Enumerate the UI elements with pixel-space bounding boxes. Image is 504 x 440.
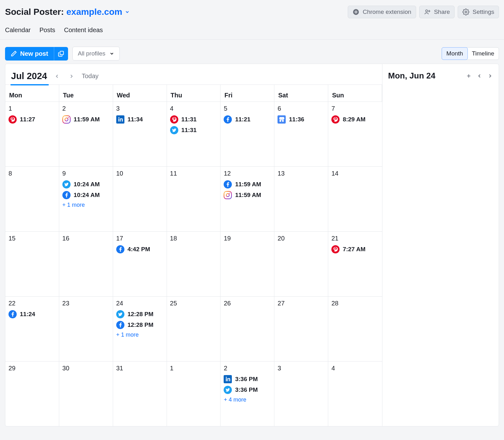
domain-selector[interactable]: example.com [66, 7, 130, 17]
day-cell[interactable]: 174:42 PM [113, 231, 167, 296]
day-cell[interactable]: 15 [5, 231, 59, 296]
event-row[interactable]: 10:24 AM [62, 180, 110, 188]
day-cell[interactable]: 3 [274, 361, 328, 426]
linkedin-icon [116, 115, 124, 124]
day-number: 5 [224, 105, 271, 112]
event-row[interactable]: 12:28 PM [116, 310, 163, 318]
event-row[interactable]: 11:31 [170, 115, 217, 124]
day-number: 31 [116, 365, 163, 372]
day-cell[interactable]: 28 [328, 296, 382, 361]
event-row[interactable]: 8:29 AM [331, 115, 379, 124]
day-number: 21 [331, 235, 379, 242]
event-row[interactable]: 3:36 PM [224, 386, 271, 394]
day-cell[interactable]: 13 [274, 166, 328, 231]
add-button[interactable] [466, 73, 472, 79]
day-cell[interactable]: 211:59 AM [59, 101, 113, 166]
event-time: 11:59 AM [235, 181, 261, 188]
pinterest-icon [331, 245, 340, 253]
prev-day-button[interactable] [477, 73, 482, 79]
tab-calendar[interactable]: Calendar [5, 26, 31, 34]
day-cell[interactable]: 25 [167, 296, 221, 361]
all-profiles-dropdown[interactable]: All profiles [72, 47, 120, 61]
next-day-button[interactable] [487, 73, 493, 79]
svg-point-11 [68, 117, 69, 118]
day-cell[interactable]: 20 [274, 231, 328, 296]
settings-button[interactable]: Settings [458, 6, 499, 18]
day-cell[interactable]: 16 [59, 231, 113, 296]
new-post-button[interactable]: New post [5, 47, 54, 61]
more-events-link[interactable]: + 4 more [224, 397, 271, 403]
more-events-link[interactable]: + 1 more [116, 332, 163, 338]
title-row: Social Poster: example.com [5, 7, 130, 17]
event-row[interactable]: 11:21 [224, 115, 271, 124]
event-time: 11:34 [128, 116, 143, 123]
event-time: 8:29 AM [343, 116, 365, 123]
day-number: 14 [331, 170, 379, 177]
day-cell[interactable]: 10 [113, 166, 167, 231]
next-month-button[interactable] [67, 72, 76, 81]
day-number: 15 [9, 235, 56, 242]
chrome-ext-label: Chrome extension [363, 9, 411, 15]
event-row[interactable]: 11:59 AM [224, 180, 271, 188]
event-time: 3:36 PM [235, 386, 258, 393]
day-cell[interactable]: 511:21 [220, 101, 274, 166]
event-row[interactable]: 11:31 [170, 126, 217, 134]
day-cell[interactable]: 29 [5, 361, 59, 426]
event-row[interactable]: 11:27 [9, 115, 56, 124]
svg-point-23 [226, 194, 230, 197]
day-cell[interactable]: 23:36 PM3:36 PM+ 4 more [220, 361, 274, 426]
instagram-icon [62, 115, 71, 124]
event-row[interactable]: 11:59 AM [224, 191, 271, 199]
event-row[interactable]: 10:24 AM [62, 191, 110, 199]
today-button[interactable]: Today [82, 72, 98, 80]
timeline-view-button[interactable]: Timeline [467, 48, 499, 60]
day-cell[interactable]: 14 [328, 166, 382, 231]
tab-posts[interactable]: Posts [39, 26, 55, 34]
event-row[interactable]: 4:42 PM [116, 245, 163, 253]
day-cell[interactable]: 19 [220, 231, 274, 296]
event-row[interactable]: 7:27 AM [331, 245, 379, 253]
svg-point-8 [9, 115, 17, 124]
tab-content-ideas[interactable]: Content ideas [64, 26, 103, 34]
day-cell[interactable]: 6G11:36 [274, 101, 328, 166]
new-post-dropdown-button[interactable] [54, 47, 68, 61]
day-cell[interactable]: 11 [167, 166, 221, 231]
day-cell[interactable]: 910:24 AM10:24 AM+ 1 more [59, 166, 113, 231]
header: Social Poster: example.com Chrome extens… [0, 0, 504, 21]
event-time: 12:28 PM [128, 321, 153, 328]
prev-month-button[interactable] [53, 72, 61, 81]
chrome-extension-button[interactable]: Chrome extension [348, 6, 416, 18]
day-cell[interactable]: 111:27 [5, 101, 59, 166]
day-cell[interactable]: 31 [113, 361, 167, 426]
day-number: 26 [224, 300, 271, 307]
day-cell[interactable]: 78:29 AM [328, 101, 382, 166]
more-events-link[interactable]: + 1 more [62, 202, 110, 208]
month-view-button[interactable]: Month [442, 47, 468, 60]
day-header: Sat [274, 84, 328, 101]
calendar-title: Jul 2024 [11, 71, 47, 81]
day-cell[interactable]: 1211:59 AM11:59 AM [220, 166, 274, 231]
day-cell[interactable]: 26 [220, 296, 274, 361]
day-cell[interactable]: 217:27 AM [328, 231, 382, 296]
event-row[interactable]: G11:36 [278, 115, 325, 124]
day-number: 22 [9, 300, 56, 307]
day-cell[interactable]: 2412:28 PM12:28 PM+ 1 more [113, 296, 167, 361]
event-row[interactable]: 12:28 PM [116, 321, 163, 329]
day-cell[interactable]: 18 [167, 231, 221, 296]
event-row[interactable]: 3:36 PM [224, 375, 271, 383]
day-cell[interactable]: 23 [59, 296, 113, 361]
twitter-icon [116, 310, 124, 318]
day-cell[interactable]: 2211:24 [5, 296, 59, 361]
day-cell[interactable]: 4 [328, 361, 382, 426]
day-cell[interactable]: 311:34 [113, 101, 167, 166]
facebook-icon [116, 321, 124, 329]
share-button[interactable]: Share [419, 6, 455, 18]
event-row[interactable]: 11:34 [116, 115, 163, 124]
day-cell[interactable]: 30 [59, 361, 113, 426]
day-cell[interactable]: 411:3111:31 [167, 101, 221, 166]
day-cell[interactable]: 27 [274, 296, 328, 361]
event-row[interactable]: 11:59 AM [62, 115, 110, 124]
day-cell[interactable]: 1 [167, 361, 221, 426]
day-cell[interactable]: 8 [5, 166, 59, 231]
event-row[interactable]: 11:24 [9, 310, 56, 318]
